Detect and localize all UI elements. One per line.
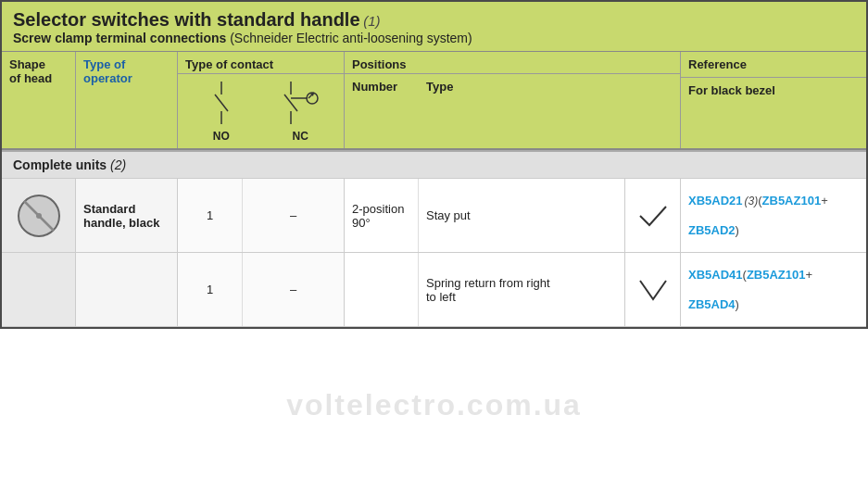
col-contact-icons: NO NC <box>178 74 344 148</box>
col-positions-header-cell: Positions Number Type <box>345 52 681 148</box>
ref-sub1-1[interactable]: ZB5AZ101 <box>762 194 822 208</box>
subtitle-bold: Screw clamp terminal connections <box>13 31 226 45</box>
nc-label: NC <box>293 130 308 143</box>
section-label: Complete units <box>13 157 107 172</box>
column-headers: Shapeof head Type ofoperator Type of con… <box>2 52 866 150</box>
cell-pos-num-2 <box>345 253 419 326</box>
no-icon-cell: NO <box>189 80 254 143</box>
cell-no-2: 1 <box>178 253 243 326</box>
nc-symbol-icon <box>277 80 323 126</box>
pos-type-val-2: Spring return from right to left <box>426 276 550 304</box>
col-reference-label: Reference <box>681 52 866 78</box>
ref-note-1: (3) <box>745 195 759 208</box>
pos-num-val-1: 2-position 90° <box>352 202 410 230</box>
spring-return-symbol-icon <box>636 273 670 307</box>
data-rows: Standard handle, black 1 – 2-position 90… <box>2 179 866 327</box>
ref-main-2[interactable]: XB5AD41 <box>688 268 743 282</box>
col-positions-label: Positions <box>345 52 680 74</box>
ref-sub2-1[interactable]: ZB5AD2 <box>688 223 736 237</box>
table-row: Standard handle, black 1 – 2-position 90… <box>2 179 866 253</box>
svg-line-5 <box>284 94 297 111</box>
ref-sub1-2[interactable]: ZB5AZ101 <box>747 268 806 282</box>
cell-ref-1: XB5AD21 (3) (ZB5AZ101 + ZB5AD2) <box>681 179 866 252</box>
header-section: Selector switches with standard handle (… <box>2 2 866 52</box>
cell-pos-num-1: 2-position 90° <box>345 179 419 252</box>
cell-shape-1 <box>2 179 76 252</box>
section-divider: Complete units (2) <box>2 150 866 179</box>
cell-type-op-1: Standard handle, black <box>76 179 178 252</box>
cell-ref-2: XB5AD41 (ZB5AZ101 + ZB5AD4) <box>681 253 866 326</box>
nc-val-2: – <box>290 283 296 296</box>
no-val-1: 1 <box>207 208 213 222</box>
cell-no-1: 1 <box>178 179 243 252</box>
cell-symbol-1 <box>625 179 681 252</box>
cell-pos-type-2: Spring return from right to left <box>419 253 625 326</box>
col-positions-sub: Number Type <box>345 74 680 99</box>
no-symbol-icon <box>208 80 235 126</box>
col-pos-type-label: Type <box>419 78 680 95</box>
col-shape-header: Shapeof head <box>2 52 76 148</box>
svg-point-12 <box>36 213 42 219</box>
type-op-text-1: Standard handle, black <box>83 202 170 230</box>
handle-shape-icon <box>15 192 63 240</box>
col-contact-label: Type of contact <box>178 52 344 74</box>
ref-sub2-2[interactable]: ZB5AD4 <box>688 297 736 311</box>
section-note: (2) <box>110 157 126 172</box>
cell-type-op-2 <box>76 253 178 326</box>
col-type-op-header: Type ofoperator <box>76 52 178 148</box>
svg-line-2 <box>215 94 228 111</box>
no-val-2: 1 <box>207 283 213 296</box>
cell-pos-type-1: Stay put <box>419 179 625 252</box>
table-row: 1 – Spring return from right to left XB5… <box>2 253 866 327</box>
title-note: (1) <box>363 13 380 29</box>
col-contact-header-cell: Type of contact NO <box>178 52 345 148</box>
subtitle-rest: (Schneider Electric anti-loosening syste… <box>226 31 472 45</box>
col-pos-number-label: Number <box>345 78 419 95</box>
watermark: voltelectro.com.ua <box>286 388 582 422</box>
cell-symbol-2 <box>625 253 681 326</box>
cell-nc-1: – <box>243 179 345 252</box>
col-reference-header-cell: Reference For black bezel <box>681 52 866 148</box>
cell-nc-2: – <box>243 253 345 326</box>
nc-val-1: – <box>290 208 296 222</box>
stay-put-symbol-icon <box>636 199 670 233</box>
header-title: Selector switches with standard handle (… <box>13 9 855 31</box>
header-subtitle: Screw clamp terminal connections (Schnei… <box>13 31 855 45</box>
cell-shape-2 <box>2 253 76 326</box>
pos-type-val-1: Stay put <box>426 208 471 222</box>
ref-main-1[interactable]: XB5AD21 <box>688 194 743 208</box>
col-reference-sub-label: For black bezel <box>681 78 783 103</box>
no-label: NO <box>213 130 230 143</box>
title-text: Selector switches with standard handle <box>13 9 360 30</box>
main-container: Selector switches with standard handle (… <box>0 0 868 329</box>
nc-icon-cell: NC <box>268 80 333 143</box>
